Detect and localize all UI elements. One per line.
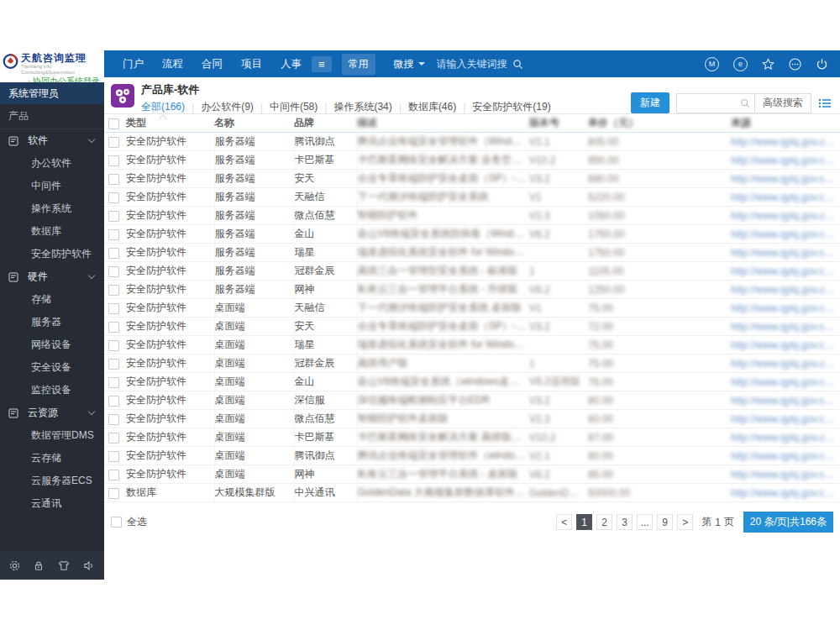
row-checkbox-cell xyxy=(104,207,126,225)
logo-row: 天航咨询监理 Tianhang Info Consulting&Supervis… xyxy=(0,50,104,76)
row-checkbox[interactable] xyxy=(108,285,119,296)
cell-price: 85.00 xyxy=(588,465,731,484)
top-nav-item-0[interactable]: 门户 xyxy=(123,57,144,71)
cell-type: 安全防护软件 xyxy=(126,188,214,207)
page-button-3[interactable]: 3 xyxy=(617,514,633,530)
cell-type: 安全防护软件 xyxy=(126,318,214,336)
row-checkbox[interactable] xyxy=(108,155,119,166)
sidebar-item[interactable]: 办公软件 xyxy=(0,152,104,175)
page-button-1[interactable]: 1 xyxy=(576,514,592,530)
sidebar-section-product[interactable]: 产品 xyxy=(0,104,104,129)
tab-5[interactable]: 安全防护软件(19) xyxy=(472,100,550,114)
row-checkbox-cell xyxy=(104,170,126,188)
cell-name: 服务器端 xyxy=(214,207,294,225)
sidebar-item[interactable]: 数据管理DMS xyxy=(0,424,104,447)
cell-version: V8.2 xyxy=(529,465,588,484)
row-checkbox[interactable] xyxy=(108,414,119,425)
page-button-9[interactable]: 9 xyxy=(657,514,673,530)
row-checkbox[interactable] xyxy=(108,137,119,148)
top-nav-item-1[interactable]: 流程 xyxy=(162,57,183,71)
speaker-icon[interactable] xyxy=(82,559,96,572)
row-checkbox[interactable] xyxy=(108,303,119,314)
wesearch-label: 微搜 xyxy=(394,57,414,71)
sidebar-item[interactable]: 安全防护软件 xyxy=(0,243,104,265)
cell-source: http://www.qylq.gov.cn/jlqj/ xyxy=(731,262,840,281)
cell-version: GoldenData s... xyxy=(529,484,588,502)
gear-icon[interactable] xyxy=(8,559,21,572)
tab-0[interactable]: 全部(166) xyxy=(141,100,185,114)
table-row: 安全防护软件服务器端冠群金辰高级三合一管理型安全系统 - 标准版11105.00… xyxy=(104,262,840,281)
page-next-button[interactable]: > xyxy=(677,514,693,530)
row-checkbox[interactable] xyxy=(108,377,119,388)
wesearch-dropdown[interactable]: 微搜 xyxy=(394,57,425,71)
list-view-icon[interactable] xyxy=(818,97,832,109)
page-title: 产品库-软件 xyxy=(141,84,551,96)
row-checkbox[interactable] xyxy=(108,211,119,222)
select-all-checkbox[interactable] xyxy=(111,517,122,528)
sidebar-item[interactable]: 云服务器ECS xyxy=(0,470,104,492)
sidebar-item[interactable]: 数据库 xyxy=(0,220,104,243)
tab-2[interactable]: 中间件(58) xyxy=(270,100,318,114)
header-checkbox[interactable] xyxy=(108,118,119,129)
sidebar-group-hardware[interactable]: 硬件 xyxy=(0,265,104,288)
column-header-brand: 品牌 xyxy=(294,114,357,133)
sidebar-group-software[interactable]: 软件 xyxy=(0,129,104,152)
m-circle-icon[interactable]: M xyxy=(705,57,719,71)
row-checkbox[interactable] xyxy=(108,470,119,480)
page-jump-number[interactable]: 1 xyxy=(715,517,721,528)
row-checkbox[interactable] xyxy=(108,396,119,407)
cell-source: http://www.qylq.gov.cn/jlqj/ xyxy=(731,373,840,391)
lock-icon[interactable] xyxy=(33,559,45,572)
more-circle-icon[interactable] xyxy=(789,58,801,71)
sidebar-item[interactable]: 监控设备 xyxy=(0,379,104,402)
row-checkbox[interactable] xyxy=(108,229,119,240)
table-row: 安全防护软件桌面端网神私有云三合一管理平台系统 - 桌面版V8.285.00ht… xyxy=(104,465,840,484)
sidebar-item[interactable]: 存储 xyxy=(0,288,104,311)
row-checkbox[interactable] xyxy=(108,266,119,277)
top-nav-item-4[interactable]: 人事 xyxy=(281,57,302,71)
global-search-input[interactable]: 请输入关键词搜 xyxy=(432,55,528,74)
row-checkbox[interactable] xyxy=(108,192,119,203)
module-icon xyxy=(8,272,18,282)
tab-3[interactable]: 操作系统(34) xyxy=(333,100,391,114)
row-checkbox[interactable] xyxy=(108,322,119,333)
new-button[interactable]: 新建 xyxy=(631,92,669,113)
tab-4[interactable]: 数据库(46) xyxy=(408,100,456,114)
power-icon[interactable] xyxy=(816,58,828,71)
sidebar-item[interactable]: 云存储 xyxy=(0,447,104,470)
header-checkbox-cell xyxy=(104,114,126,133)
tab-1[interactable]: 办公软件(9) xyxy=(201,100,254,114)
e-circle-icon[interactable]: e xyxy=(733,57,748,71)
sidebar-item[interactable]: 云通讯 xyxy=(0,492,104,515)
chevron-down-icon xyxy=(418,62,425,66)
row-checkbox[interactable] xyxy=(108,174,119,185)
page-button-2[interactable]: 2 xyxy=(596,514,612,530)
top-nav-item-3[interactable]: 项目 xyxy=(241,57,262,71)
sidebar-item[interactable]: 中间件 xyxy=(0,175,104,197)
nav-common-button[interactable]: 常用 xyxy=(342,54,375,75)
row-checkbox[interactable] xyxy=(108,248,119,259)
row-checkbox[interactable] xyxy=(108,451,119,462)
top-nav-item-2[interactable]: 合同 xyxy=(202,57,223,71)
menu-toggle-button[interactable]: ≡ xyxy=(312,56,332,72)
table-row: 安全防护软件桌面端瑞星瑞星虚拟化系统安全软件 for Windows 桌面版75… xyxy=(104,336,840,354)
sidebar-item[interactable]: 服务器 xyxy=(0,311,104,333)
select-all-label: 全选 xyxy=(127,515,147,529)
star-icon[interactable] xyxy=(762,58,774,71)
page-size-info[interactable]: 20 条/页|共166条 xyxy=(743,512,833,533)
table-search-input[interactable] xyxy=(677,94,736,113)
tshirt-icon[interactable] xyxy=(57,559,71,572)
advanced-search-button[interactable]: 高级搜索 xyxy=(754,94,811,113)
sidebar-group-cloud[interactable]: 云资源 xyxy=(0,402,104,424)
row-checkbox-cell xyxy=(104,318,126,336)
sidebar-item[interactable]: 操作系统 xyxy=(0,197,104,220)
row-checkbox[interactable] xyxy=(108,433,119,444)
sidebar-item[interactable]: 网络设备 xyxy=(0,333,104,356)
row-checkbox[interactable] xyxy=(108,359,119,370)
row-checkbox[interactable] xyxy=(108,340,119,351)
sidebar-item[interactable]: 安全设备 xyxy=(0,356,104,379)
table-row: 安全防护软件桌面端天融信下一代潮汐终端防护安全系统 桌面版V175.00http… xyxy=(104,299,840,318)
select-all-control[interactable]: 全选 xyxy=(111,515,147,529)
row-checkbox[interactable] xyxy=(108,488,119,499)
page-prev-button[interactable]: < xyxy=(556,514,572,530)
